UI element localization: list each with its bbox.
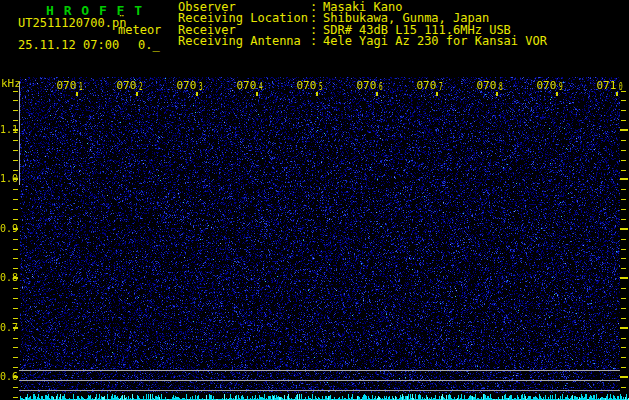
time-label: 0703 (167, 79, 203, 92)
freq-tick-minor-left (13, 120, 18, 121)
freq-tick-minor-right (621, 110, 626, 111)
freq-tick-minor-left (13, 140, 18, 141)
freq-tick-minor-right (621, 249, 626, 250)
freq-tick-minor-right (621, 318, 626, 319)
freq-tick-minor-left (13, 397, 18, 398)
time-label: 0709 (527, 79, 563, 92)
reference-line-upper (19, 370, 620, 371)
freq-tick-minor-left (13, 160, 18, 161)
freq-tick-major-right (620, 228, 628, 230)
freq-tick-major-right (620, 129, 628, 131)
freq-tick-minor-left (13, 298, 18, 299)
freq-tick-minor-right (621, 160, 626, 161)
time-label-minute-digit: 2 (139, 80, 143, 93)
freq-tick-minor-right (621, 288, 626, 289)
freq-tick-minor-left (13, 318, 18, 319)
observation-info: Observer : Masaki Kano Receiving Locatio… (178, 2, 547, 48)
freq-tick-minor-left (13, 110, 18, 111)
freq-tick-minor-left (13, 338, 18, 339)
freq-tick-minor-left (13, 249, 18, 250)
freq-tick-minor-left (13, 239, 18, 240)
freq-tick-minor-right (621, 170, 626, 171)
time-label: 0705 (287, 79, 323, 92)
time-label-minute-digit: 4 (259, 80, 263, 93)
filename-text: UT2511120700.pn (18, 16, 126, 30)
freq-tick-minor-right (621, 219, 626, 220)
freq-tick-minor-right (621, 367, 626, 368)
info-value: 4ele Yagi Az 230 for Kansai VOR (323, 36, 547, 47)
freq-tick-minor-right (621, 268, 626, 269)
freq-tick-minor-right (621, 189, 626, 190)
freq-tick-minor-right (621, 100, 626, 101)
time-minute-tick (556, 92, 558, 96)
freq-tick-minor-left (13, 347, 18, 348)
time-label: 0701 (47, 79, 83, 92)
freq-tick-major-right (620, 178, 628, 180)
spectrogram-canvas (20, 77, 620, 393)
freq-tick-minor-left (13, 170, 18, 171)
info-row-antenna: Receiving Antenna : 4ele Yagi Az 230 for… (178, 36, 547, 47)
time-label-minute-digit: 1 (79, 80, 83, 93)
freq-tick-minor-right (621, 347, 626, 348)
frequency-unit-label: kHz (1, 77, 21, 90)
time-label-minute-digit: 3 (199, 80, 203, 93)
counter-text: 0._ (138, 38, 160, 52)
freq-label: 1.1 (0, 124, 17, 135)
freq-label: 1.0 (0, 173, 17, 184)
freq-tick-minor-left (13, 288, 18, 289)
time-minute-tick (316, 92, 318, 96)
freq-tick-minor-left (13, 367, 18, 368)
time-marker-line (19, 82, 20, 185)
freq-tick-minor-right (621, 357, 626, 358)
time-label: 0706 (347, 79, 383, 92)
time-label-minute-digit: 5 (319, 80, 323, 93)
time-label-minute-digit: 7 (439, 80, 443, 93)
freq-tick-minor-left (13, 199, 18, 200)
freq-tick-minor-right (621, 338, 626, 339)
freq-label: 0.8 (0, 272, 17, 283)
time-minute-tick (256, 92, 258, 96)
freq-tick-major-right (620, 327, 628, 329)
freq-tick-minor-left (13, 150, 18, 151)
info-colon: : (310, 36, 323, 47)
reference-line-lower (19, 390, 620, 391)
time-minute-tick (196, 92, 198, 96)
time-minute-tick (136, 92, 138, 96)
freq-tick-minor-left (13, 189, 18, 190)
freq-tick-minor-right (621, 140, 626, 141)
freq-tick-minor-right (621, 298, 626, 299)
freq-label: 0.6 (0, 371, 17, 382)
time-label-minute-digit: 9 (559, 80, 563, 93)
time-label: 0707 (407, 79, 443, 92)
freq-tick-minor-right (621, 150, 626, 151)
freq-tick-minor-left (13, 357, 18, 358)
signal-level-waveform-canvas (20, 393, 629, 400)
time-minute-tick (436, 92, 438, 96)
info-label: Receiving Antenna (178, 36, 310, 47)
time-minute-tick (376, 92, 378, 96)
time-label: 0708 (467, 79, 503, 92)
freq-tick-major-right (620, 277, 628, 279)
freq-tick-minor-left (13, 258, 18, 259)
freq-tick-minor-left (13, 209, 18, 210)
freq-tick-minor-left (13, 100, 18, 101)
hrofft-window: H R O F F T UT2511120700.pn ¨ meteor 25.… (0, 0, 629, 400)
freq-tick-minor-right (621, 120, 626, 121)
time-label-minute-digit: 6 (379, 80, 383, 93)
time-label-minute-digit: 8 (499, 80, 503, 93)
freq-tick-minor-left (13, 387, 18, 388)
datetime-text: 25.11.12 07:00 (18, 38, 119, 52)
freq-tick-minor-right (621, 387, 626, 388)
freq-tick-minor-right (621, 308, 626, 309)
freq-tick-minor-right (621, 209, 626, 210)
reference-line-middle (19, 380, 620, 381)
freq-tick-minor-right (621, 239, 626, 240)
time-minute-tick (76, 92, 78, 96)
freq-tick-minor-right (621, 258, 626, 259)
time-label: 0710 (587, 79, 623, 92)
freq-tick-minor-left (13, 91, 18, 92)
time-label: 0702 (107, 79, 143, 92)
freq-tick-minor-right (621, 199, 626, 200)
freq-tick-minor-right (621, 91, 626, 92)
time-minute-tick (496, 92, 498, 96)
